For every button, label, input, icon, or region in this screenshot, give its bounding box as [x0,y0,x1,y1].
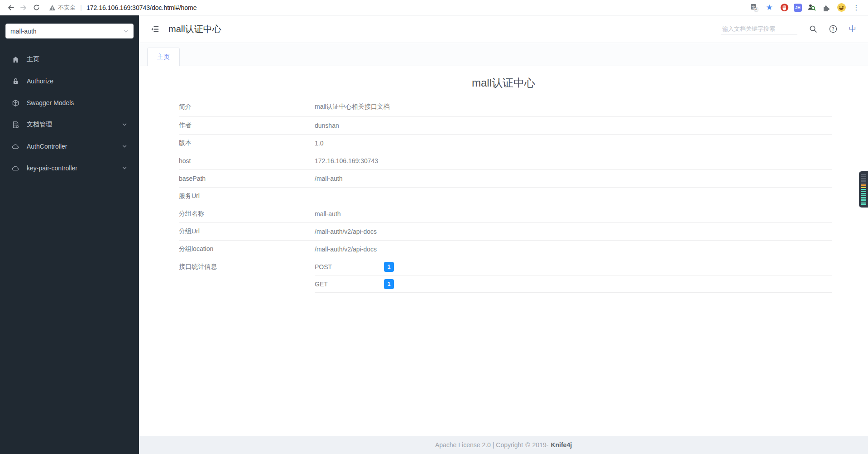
address-bar[interactable]: 不安全 | 172.16.106.169:30743/doc.html#/hom… [49,4,749,12]
help-icon[interactable]: ? [829,25,837,33]
footer-year-text: 2019- [532,441,549,449]
stats-label: 接口统计信息 [179,258,315,271]
translate-extension-icon[interactable]: 文A [749,2,760,13]
info-label: 分组Url [179,227,315,236]
sidebar-item-authorize[interactable]: Authorize [0,70,139,92]
sidebar-item-swagger-models[interactable]: Swagger Models [0,92,139,114]
security-label: 不安全 [58,4,76,12]
user-search-extension-icon[interactable] [806,2,817,13]
svg-text:?: ? [832,27,834,32]
group-select[interactable]: mall-auth [5,24,134,39]
profile-avatar-icon[interactable] [836,2,847,13]
extensions-puzzle-icon[interactable] [821,2,832,13]
app-header: mall认证中心 ? 中 [139,15,868,43]
chevron-down-icon [123,29,129,34]
app-title: mall认证中心 [168,23,221,35]
tab-bar: 主页 [139,43,868,66]
cloud-icon [12,164,19,172]
document-icon [12,121,19,129]
browser-reload-button[interactable] [30,1,43,14]
copyright-icon: © [525,441,530,449]
info-row: host172.16.106.169:30743 [179,152,832,170]
stat-row-get: GET1 [315,275,832,293]
info-label: 作者 [179,121,315,130]
info-label: 服务Url [179,192,315,200]
info-value: mall认证中心相关接口文档 [315,103,390,111]
browser-forward-button[interactable] [17,1,30,14]
stat-method-label: GET [315,280,384,288]
footer-brand: Knife4j [551,441,572,449]
info-value: /mall-auth/v2/api-docs [315,228,377,235]
extension-toolbar: 文A ★ JH ⋮ [749,2,863,13]
svg-text:A: A [755,8,758,11]
chevron-down-icon [122,144,127,149]
adblock-hand-icon[interactable] [779,2,790,13]
group-select-value: mall-auth [10,28,123,35]
sidebar-item-label: key-pair-controller [27,164,122,172]
models-icon [12,99,19,107]
sidebar-item-主页[interactable]: 主页 [0,48,139,70]
info-label: 分组location [179,245,315,253]
info-table: 简介mall认证中心相关接口文档作者dunshan版本1.0host172.16… [179,97,832,293]
sidebar-item-key-pair-controller[interactable]: key-pair-controller [0,157,139,179]
home-icon [12,56,19,63]
info-label: 版本 [179,139,315,147]
sidebar-item-label: AuthController [27,143,122,150]
info-row: 分组location/mall-auth/v2/api-docs [179,241,832,258]
stat-count-badge: 1 [384,262,394,272]
content-area: mall认证中心 简介mall认证中心相关接口文档作者dunshan版本1.0h… [139,66,868,436]
tab-主页[interactable]: 主页 [147,48,180,66]
info-value: 1.0 [315,140,323,147]
info-label: 分组名称 [179,210,315,218]
sidebar-item-label: 主页 [27,55,127,63]
info-value: 172.16.106.169:30743 [315,157,378,164]
sidebar: mall-auth 主页AuthorizeSwagger Models文档管理A… [0,15,139,454]
menu-fold-icon[interactable] [151,25,159,34]
edge-extension-handle[interactable] [859,171,868,208]
info-row: 版本1.0 [179,135,832,152]
page-title: mall认证中心 [139,76,868,90]
bookmark-star-icon[interactable]: ★ [764,2,775,13]
jh-extension-icon[interactable]: JH [794,4,802,12]
info-value: /mall-auth/v2/api-docs [315,246,377,253]
doc-search [721,24,797,34]
info-label: 简介 [179,103,315,111]
footer: Apache License 2.0 | Copyright © 2019-Kn… [139,436,868,454]
info-row: 分组名称mall-auth [179,205,832,223]
footer-license-text: Apache License 2.0 | Copyright [435,441,523,449]
sidebar-item-authcontroller[interactable]: AuthController [0,135,139,157]
search-icon[interactable] [809,25,817,33]
info-row: 服务Url [179,188,832,205]
knife4j-app: mall-auth 主页AuthorizeSwagger Models文档管理A… [0,15,868,454]
language-toggle-icon[interactable]: 中 [849,24,856,34]
sidebar-item-label: Authorize [27,77,127,85]
info-value: dunshan [315,122,339,129]
browser-menu-icon[interactable]: ⋮ [851,2,862,13]
info-row: 简介mall认证中心相关接口文档 [179,97,832,117]
info-label: basePath [179,175,315,182]
browser-back-button[interactable] [5,1,17,14]
chevron-down-icon [122,122,127,127]
lock-icon [12,77,19,85]
main-panel: mall认证中心 ? 中 主页 mall认证中心 简介mall认证中心相关接口文… [139,15,868,454]
sidebar-menu: 主页AuthorizeSwagger Models文档管理AuthControl… [0,48,139,179]
info-label: host [179,157,315,164]
sidebar-item-label: 文档管理 [27,121,122,129]
browser-chrome: 不安全 | 172.16.106.169:30743/doc.html#/hom… [0,0,868,15]
info-row-stats: 接口统计信息POST1GET1 [179,258,832,293]
stat-count-badge: 1 [384,279,394,289]
info-row: 作者dunshan [179,117,832,135]
cloud-icon [12,143,19,150]
url-text: 172.16.106.169:30743/doc.html#/home [86,4,197,11]
warning-icon [49,5,56,11]
doc-search-input[interactable] [721,24,797,34]
security-chip[interactable]: 不安全 [49,4,76,12]
info-value: /mall-auth [315,175,342,182]
address-separator: | [80,4,82,11]
info-row: basePath/mall-auth [179,170,832,188]
stats-box: POST1GET1 [315,258,832,293]
stat-row-post: POST1 [315,258,832,275]
stat-method-label: POST [315,263,384,270]
chevron-down-icon [122,165,127,171]
sidebar-item-文档管理[interactable]: 文档管理 [0,114,139,135]
